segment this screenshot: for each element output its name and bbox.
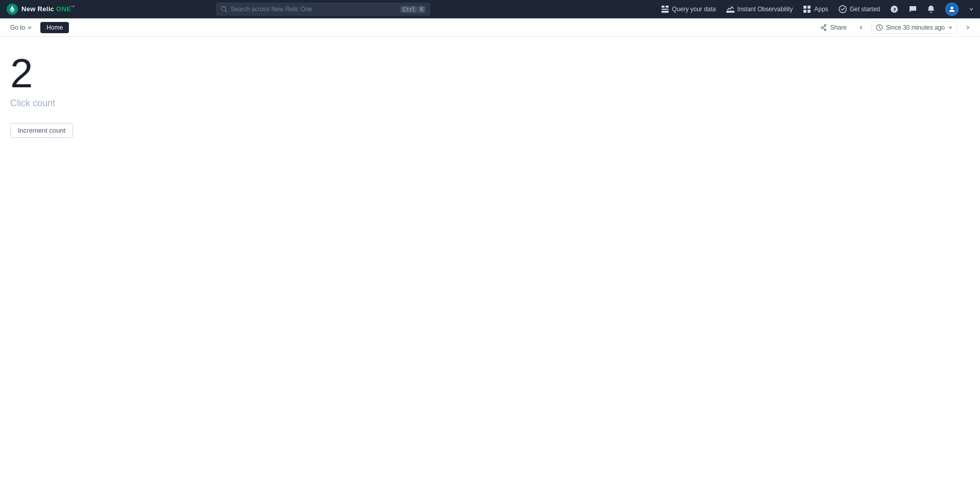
help-button[interactable] — [890, 5, 898, 13]
ctrl-key: Ctrl — [401, 6, 417, 13]
chevron-down-icon — [27, 25, 32, 30]
chat-button[interactable] — [909, 5, 917, 13]
secondary-nav-right: Share Since 30 minutes ago — [816, 21, 974, 34]
chevron-left-icon — [859, 25, 864, 30]
chat-icon — [909, 5, 917, 13]
logo-text: New Relic ONE™ — [21, 5, 75, 13]
check-circle-icon — [839, 5, 847, 13]
time-selector[interactable]: Since 30 minutes ago — [871, 21, 958, 34]
share-button[interactable]: Share — [816, 22, 851, 33]
k-key: K — [418, 6, 425, 13]
home-tab[interactable]: Home — [40, 22, 69, 33]
new-relic-logo-icon — [6, 3, 18, 15]
nav-actions: Query your data Instant Observability — [661, 3, 974, 16]
search-icon — [221, 6, 227, 12]
search-bar[interactable]: Ctrl K — [216, 3, 430, 16]
help-icon — [890, 5, 898, 13]
svg-rect-6 — [803, 6, 806, 9]
goto-label: Go to — [10, 24, 25, 31]
user-avatar-button[interactable] — [945, 3, 959, 16]
instant-observability-label: Instant Observability — [738, 6, 793, 13]
time-label: Since 30 minutes ago — [886, 24, 945, 31]
svg-rect-2 — [666, 6, 669, 8]
user-menu-chevron[interactable] — [969, 7, 974, 12]
apps-label: Apps — [814, 6, 828, 13]
count-value: 2 — [10, 53, 970, 94]
home-tab-label: Home — [46, 24, 63, 31]
increment-count-label: Increment count — [18, 127, 65, 134]
svg-rect-8 — [803, 10, 806, 13]
time-next-button[interactable] — [962, 21, 974, 34]
svg-rect-7 — [807, 6, 811, 9]
bell-icon — [927, 5, 935, 13]
goto-button[interactable]: Go to — [6, 22, 36, 33]
svg-rect-5 — [726, 11, 734, 13]
notifications-button[interactable] — [927, 5, 935, 13]
get-started-label: Get started — [850, 6, 880, 13]
clock-icon — [876, 24, 883, 31]
increment-count-button[interactable]: Increment count — [10, 123, 73, 138]
apps-icon — [803, 5, 811, 13]
main-content: 2 Click count Increment count — [0, 37, 980, 154]
chevron-right-icon — [965, 25, 970, 30]
get-started-button[interactable]: Get started — [839, 5, 880, 13]
time-chevron-down-icon — [948, 25, 953, 30]
svg-rect-3 — [662, 9, 669, 10]
count-description: Click count — [10, 98, 970, 109]
apps-button[interactable]: Apps — [803, 5, 828, 13]
svg-rect-4 — [662, 11, 669, 13]
secondary-nav: Go to Home Share Since 30 minutes ago — [0, 18, 980, 37]
instant-observability-button[interactable]: Instant Observability — [726, 5, 793, 13]
top-nav: New Relic ONE™ Ctrl K Query your data — [0, 0, 980, 18]
keyboard-shortcut: Ctrl K — [401, 6, 425, 13]
share-icon — [820, 24, 827, 31]
instant-observability-icon — [726, 5, 734, 13]
query-icon — [661, 5, 669, 13]
query-your-data-label: Query your data — [672, 6, 716, 13]
svg-rect-9 — [807, 10, 811, 13]
logo-area[interactable]: New Relic ONE™ — [6, 3, 75, 15]
search-input[interactable] — [230, 6, 401, 13]
query-your-data-button[interactable]: Query your data — [661, 5, 716, 13]
share-label: Share — [830, 24, 847, 31]
time-prev-button[interactable] — [855, 21, 867, 34]
avatar-inner — [946, 4, 958, 15]
svg-rect-1 — [662, 6, 665, 8]
